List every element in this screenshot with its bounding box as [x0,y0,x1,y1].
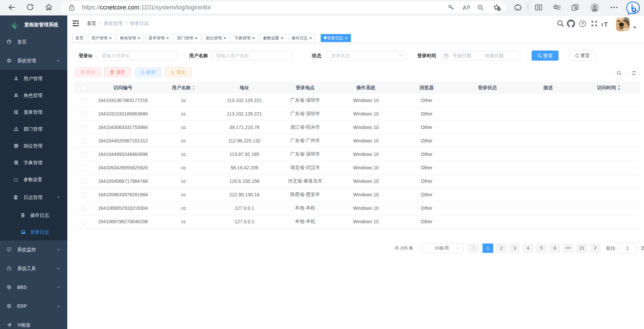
svg-text:T: T [601,23,604,27]
svg-text:T: T [604,21,608,27]
svg-text:?: ? [581,22,584,26]
